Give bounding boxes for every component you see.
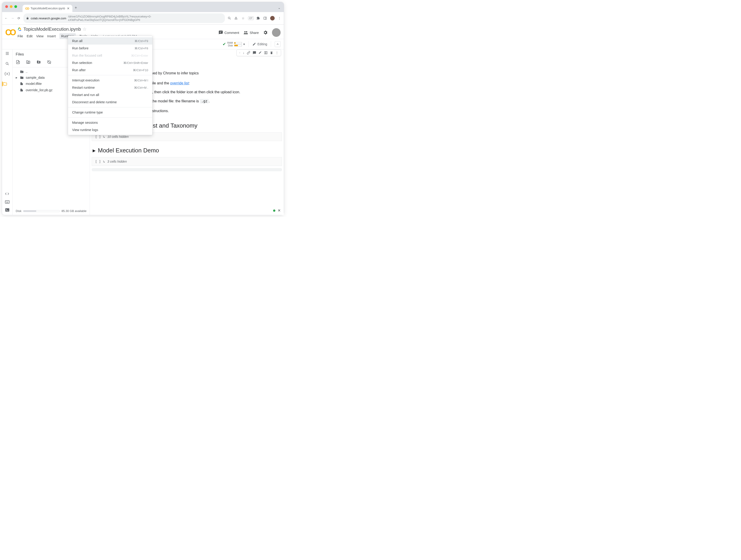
comment-button[interactable]: Comment <box>218 30 239 35</box>
browser-chrome: CO TopicsModelExecution.ipynb ✕ + ⌄ <box>2 2 284 12</box>
link-icon[interactable] <box>247 51 250 55</box>
back-icon[interactable]: ← <box>4 16 8 20</box>
enter-arrow-icon: ↳ <box>103 135 105 139</box>
svg-point-0 <box>228 17 230 19</box>
new-tab-button[interactable]: + <box>72 5 79 10</box>
caret-right-icon[interactable]: ▸ <box>16 76 18 79</box>
menu-manage-sessions[interactable]: Manage sessions <box>68 119 152 126</box>
refresh-folder-icon[interactable] <box>26 60 31 64</box>
menu-insert[interactable]: Insert <box>47 34 56 38</box>
star-icon[interactable]: ☆ <box>83 26 87 32</box>
menu-disconnect[interactable]: Disconnect and delete runtime <box>68 98 152 106</box>
tab-list-chevron-icon[interactable]: ⌄ <box>278 6 281 10</box>
close-window-icon[interactable] <box>5 5 8 8</box>
connected-check-icon: ✔ <box>222 42 226 47</box>
keyboard-icon[interactable] <box>5 201 10 204</box>
maximize-window-icon[interactable] <box>14 5 17 8</box>
svg-rect-21 <box>5 208 9 212</box>
share-button[interactable]: Share <box>243 30 259 35</box>
toc-icon[interactable] <box>5 51 10 56</box>
svg-line-1 <box>229 19 230 19</box>
menu-view[interactable]: View <box>36 34 44 38</box>
svg-rect-3 <box>264 17 267 19</box>
address-bar-row: ← → ⟳ colab.research.google.com/drive/1F… <box>2 12 284 24</box>
svg-rect-20 <box>6 203 8 203</box>
menu-file[interactable]: File <box>17 34 23 38</box>
files-rail-icon[interactable] <box>2 82 12 86</box>
menu-edit[interactable]: Edit <box>26 34 32 38</box>
svg-rect-15 <box>5 201 9 203</box>
chrome-menu-icon[interactable]: ⋮ <box>277 16 281 20</box>
bookmark-star-icon[interactable]: ☆ <box>241 16 245 20</box>
profile-avatar-icon[interactable] <box>270 16 275 20</box>
ram-bar <box>234 42 242 44</box>
settings-gear-icon[interactable] <box>263 30 268 35</box>
code-icon[interactable] <box>5 192 10 196</box>
user-avatar[interactable] <box>272 28 281 37</box>
menu-run-selection[interactable]: Run selection⌘/Ctrl+Shift+Enter <box>68 59 152 66</box>
resource-dropdown-icon[interactable]: ▾ <box>243 42 245 46</box>
browser-tab[interactable]: CO TopicsModelExecution.ipynb ✕ <box>22 5 72 12</box>
menu-run-before[interactable]: Run before⌘/Ctrl+F8 <box>68 45 152 52</box>
svg-rect-2 <box>235 18 237 19</box>
cell-toolbar: ↑ ↓ ⋮ <box>237 49 281 56</box>
colab-logo-icon[interactable]: CO <box>5 28 15 37</box>
section-model-exec[interactable]: ▸ Model Execution Demo <box>92 143 282 156</box>
mirror-cell-icon[interactable] <box>264 51 268 55</box>
sidebar-disk-usage: Disk 85.30 GB available <box>15 208 87 214</box>
svg-point-13 <box>6 62 8 64</box>
svg-rect-27 <box>266 52 267 54</box>
horizontal-scrollbar[interactable] <box>92 168 282 171</box>
file-icon <box>20 82 24 86</box>
variables-icon[interactable]: {x} <box>4 72 10 76</box>
resource-indicator[interactable]: ✔ RAM Disk ▾ <box>222 42 245 47</box>
comment-cell-icon[interactable] <box>253 51 256 55</box>
hidden-cells-bar[interactable]: [ ] ↳ 3 cells hidden <box>92 157 282 166</box>
share-icon[interactable] <box>234 17 239 20</box>
hide-files-icon[interactable] <box>47 60 52 64</box>
menu-restart[interactable]: Restart runtime⌘/Ctrl+M . <box>68 84 152 91</box>
section-caret-icon[interactable]: ▸ <box>92 147 95 154</box>
upload-file-icon[interactable] <box>16 60 20 64</box>
search-rail-icon[interactable] <box>5 62 9 66</box>
address-bar[interactable]: colab.research.google.com/drive/1Fk1iZO6… <box>23 13 225 23</box>
zoom-icon[interactable] <box>227 16 232 20</box>
move-up-icon[interactable]: ↑ <box>239 51 241 55</box>
menu-interrupt[interactable]: Interrupt execution⌘/Ctrl+M I <box>68 77 152 84</box>
menu-restart-run-all[interactable]: Restart and run all <box>68 91 152 98</box>
menu-run-after[interactable]: Run after⌘/Ctrl+F10 <box>68 66 152 74</box>
notebook-title[interactable]: TopicsModelExecution.ipynb <box>23 27 81 32</box>
move-down-icon[interactable]: ↓ <box>243 51 245 55</box>
menu-run-all[interactable]: Run all⌘/Ctrl+F9 <box>68 37 152 45</box>
colab-favicon-icon: CO <box>25 7 29 10</box>
delete-cell-icon[interactable] <box>270 51 273 55</box>
reload-icon[interactable]: ⟳ <box>17 16 21 20</box>
svg-rect-19 <box>8 201 8 202</box>
svg-point-8 <box>246 31 247 33</box>
terminal-icon[interactable] <box>5 208 10 212</box>
menu-change-runtime[interactable]: Change runtime type <box>68 109 152 116</box>
menu-run-focused: Run the focused cell⌘/Ctrl+Enter <box>68 52 152 59</box>
svg-rect-16 <box>6 201 6 202</box>
folder-up-icon <box>20 70 24 73</box>
svg-rect-5 <box>220 31 222 32</box>
override-list-link[interactable]: override list <box>170 81 189 85</box>
cell-menu-icon[interactable]: ⋮ <box>275 51 279 55</box>
svg-point-7 <box>245 31 246 33</box>
minimize-window-icon[interactable] <box>10 5 12 8</box>
collapse-toolbar-icon[interactable] <box>275 41 281 47</box>
extensions-icon[interactable] <box>257 16 261 20</box>
ot-badge[interactable]: OT <box>248 16 254 20</box>
file-icon <box>20 88 24 92</box>
mount-drive-icon[interactable] <box>36 60 41 64</box>
status-close-icon[interactable]: ✕ <box>278 208 281 213</box>
editing-mode-button[interactable]: Editing <box>252 42 267 46</box>
tab-close-icon[interactable]: ✕ <box>67 7 70 10</box>
window-controls <box>5 5 17 8</box>
edit-cell-icon[interactable] <box>259 51 262 55</box>
menu-runtime-logs[interactable]: View runtime logs <box>68 126 152 134</box>
url-path: /drive/1Fk1iZO68mrnphOogRP8iD4jJvBfByVtL… <box>68 15 222 22</box>
panel-icon[interactable] <box>263 16 267 20</box>
tab-title: TopicsModelExecution.ipynb <box>31 7 65 10</box>
svg-rect-26 <box>264 52 266 54</box>
